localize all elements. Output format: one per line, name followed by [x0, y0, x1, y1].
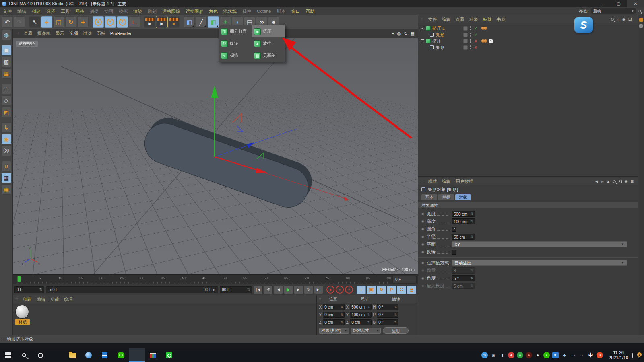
key-scale-button[interactable]: ▣	[367, 286, 376, 294]
size-field[interactable]: 0 cm⇅	[350, 319, 372, 325]
key-point-level-button[interactable]: ∷	[397, 286, 406, 294]
minimize-button[interactable]: —	[593, 0, 610, 7]
position-field[interactable]: 0 cm⇅	[323, 312, 345, 318]
qq-tray-icon[interactable]: ●	[535, 352, 541, 358]
material-menu-item[interactable]: 功能	[48, 295, 62, 303]
menu-item-loft[interactable]: ▲放样	[252, 37, 285, 49]
parameter-radio-icon[interactable]: ◉	[421, 212, 427, 216]
last-used-tool-button[interactable]: +	[77, 16, 89, 28]
tab-对象[interactable]: 对象	[455, 194, 471, 200]
network-tray-icon[interactable]: ▭	[570, 352, 576, 358]
keyframe-selection-button[interactable]: ?	[345, 286, 353, 294]
checkbox[interactable]	[452, 250, 456, 255]
home-icon[interactable]: ⌂	[617, 17, 619, 22]
key-position-button[interactable]: +	[357, 286, 366, 294]
add-panel-icon[interactable]: ⊞	[628, 16, 632, 22]
object-name[interactable]: 矩形	[436, 45, 445, 51]
viewport-menu-item[interactable]: 选项	[67, 29, 80, 37]
object-name[interactable]: 挤压 1	[432, 25, 445, 31]
attribute-menu-item[interactable]: 模式	[426, 177, 440, 185]
expander-icon[interactable]: −	[421, 27, 424, 30]
dropdown-field[interactable]: XY▼	[452, 241, 627, 247]
viewport-menu-item[interactable]: 过滤	[80, 29, 94, 37]
panel-grip-icon[interactable]: ∷	[421, 179, 424, 183]
menubar-item[interactable]: 选择	[43, 7, 58, 15]
viewport-menu-item[interactable]: 面板	[94, 29, 108, 37]
maximize-button[interactable]: ▢	[610, 0, 627, 7]
render-view-button[interactable]: ▶	[144, 16, 155, 28]
lock-y-axis-button[interactable]: Y	[105, 16, 116, 28]
powerslider-options-button[interactable]: ≣	[407, 286, 416, 294]
close-button[interactable]: ✕	[627, 0, 644, 7]
render-settings-button[interactable]: ≡	[168, 16, 180, 28]
toggle-view-icon[interactable]: ▦	[411, 31, 415, 36]
search-icon[interactable]	[611, 18, 614, 21]
object-manager-menu-item[interactable]: 查看	[453, 15, 467, 23]
taskbar-clock[interactable]: 11:262021/1/10	[609, 350, 628, 360]
lock-x-axis-button[interactable]: X	[93, 16, 104, 28]
parameter-radio-icon[interactable]: ◉	[421, 284, 427, 288]
layout-icon[interactable]	[639, 24, 643, 28]
generators-button[interactable]: ◧	[208, 16, 219, 28]
object-manager-menu-item[interactable]: 对象	[467, 15, 481, 23]
parameter-radio-icon[interactable]: ◉	[421, 235, 427, 239]
spinner-icon[interactable]: ⇅	[470, 220, 473, 223]
kdocs-tray-icon[interactable]: K	[552, 352, 559, 358]
object-name[interactable]: 矩形	[436, 32, 445, 38]
spinner-icon[interactable]: ⇅	[394, 321, 397, 324]
menubar-item[interactable]: 创建	[29, 7, 43, 15]
expander-icon[interactable]: −	[421, 39, 424, 43]
viewport-menu-item[interactable]: 查看	[21, 29, 35, 37]
size-mode-dropdown[interactable]: 绝对尺寸▼	[351, 328, 381, 334]
visibility-dots-icon[interactable]	[470, 33, 471, 37]
timeline-playhead[interactable]	[17, 276, 21, 282]
viewport-menu-item[interactable]: 摄像机	[35, 29, 53, 37]
interface-select[interactable]: 启动▼	[591, 8, 636, 14]
visibility-dots-icon[interactable]	[470, 45, 471, 49]
zoom-view-icon[interactable]: ◎	[397, 31, 401, 36]
parameter-radio-icon[interactable]: ◉	[421, 227, 427, 231]
model-mode-button[interactable]: ▣	[1, 45, 12, 56]
number-field[interactable]: 50 cm⇅	[452, 234, 475, 240]
end-frame-spinner[interactable]: 90 F⇅	[220, 286, 252, 293]
visibility-dots-icon[interactable]	[470, 26, 471, 30]
go-to-previous-frame-button[interactable]: ◀	[274, 286, 283, 294]
coordinate-system-button[interactable]: ∟	[129, 16, 140, 28]
undo-button[interactable]: ↶	[2, 16, 13, 28]
material-name[interactable]: 材质	[15, 319, 30, 325]
menubar-item[interactable]: 运动跟踪	[159, 7, 183, 15]
menubar-item[interactable]: 脚本	[274, 7, 288, 15]
layer-icon[interactable]	[463, 26, 468, 31]
menubar-item[interactable]: 捕捉	[87, 7, 101, 15]
taskbar-app-explorer[interactable]	[64, 348, 80, 362]
size-field[interactable]: 500 cm⇅	[350, 304, 372, 310]
enabled-check-icon[interactable]: ✓	[473, 26, 478, 31]
lock-z-axis-button[interactable]: Z	[117, 16, 128, 28]
spinner-icon[interactable]: ⇅	[367, 321, 370, 324]
layer-icon[interactable]	[463, 39, 468, 43]
object-manager-menu-item[interactable]: 书签	[494, 15, 508, 23]
viewport-menu-item[interactable]: 显示	[53, 29, 67, 37]
menu-item-lathe[interactable]: Ω旋转	[219, 37, 252, 49]
search-icon[interactable]	[638, 10, 641, 12]
viewport-menu-item[interactable]: ProRender	[108, 29, 134, 37]
object-manager-menu-item[interactable]: 编辑	[440, 15, 453, 23]
current-frame-spinner[interactable]: 0 F⇅	[14, 286, 44, 293]
parameter-radio-icon[interactable]: ◉	[421, 261, 427, 265]
number-field[interactable]: 8⇅	[452, 267, 475, 274]
move-tool-button[interactable]: +	[41, 16, 52, 28]
parameter-radio-icon[interactable]: ◉	[421, 276, 427, 280]
coordinate-mode-dropdown[interactable]: 对象 (相对)▼	[319, 328, 349, 334]
object-row[interactable]: −挤压 1✓	[418, 25, 638, 31]
usb-tray-icon[interactable]: ▮	[499, 352, 506, 358]
menu-item-bezier[interactable]: ▦贝塞尔	[252, 49, 285, 62]
rotation-field[interactable]: 0 °⇅	[377, 312, 398, 318]
rotation-field[interactable]: 0 °⇅	[377, 319, 398, 325]
ime-tray-icon[interactable]: 中	[588, 352, 594, 358]
lock-icon[interactable]	[619, 181, 622, 183]
polygons-mode-button[interactable]: ◩	[1, 107, 12, 117]
attribute-menu-item[interactable]: 用户数据	[453, 177, 476, 185]
key-rotation-button[interactable]: ↻	[377, 286, 386, 294]
position-field[interactable]: 0 cm⇅	[323, 304, 345, 310]
spinner-icon[interactable]: ⇅	[470, 284, 473, 288]
